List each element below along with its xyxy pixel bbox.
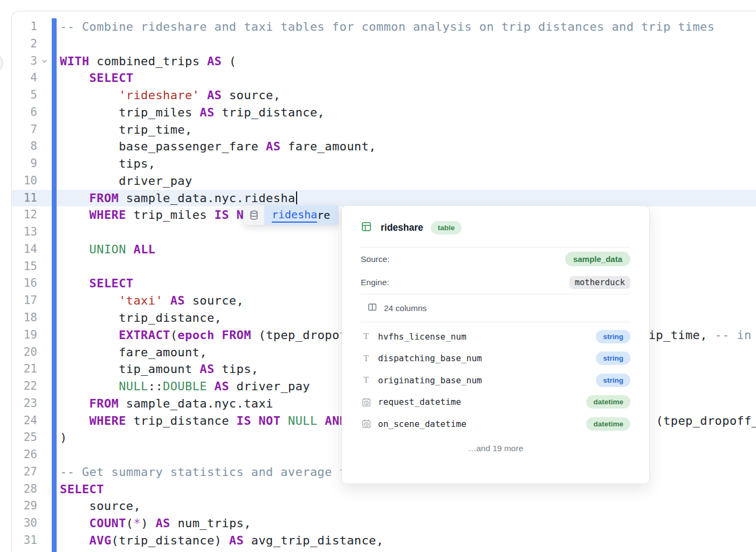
change-bar [52, 549, 57, 552]
line-number[interactable]: 5 [12, 87, 37, 104]
code-line[interactable]: 5 'rideshare' AS source, [12, 87, 756, 104]
line-number[interactable]: 7 [12, 121, 37, 139]
code-line[interactable]: 31 AVG(trip_distance) AS avg_trip_distan… [12, 532, 756, 549]
fold-column [37, 446, 52, 464]
engine-value-pill: motherduck [569, 276, 630, 289]
line-number[interactable]: 15 [12, 258, 37, 275]
column-type-badge: datetime [586, 395, 630, 409]
line-number[interactable]: 4 [12, 70, 37, 87]
editor-viewport: 1-- Combine rideshare and taxi tables fo… [0, 0, 756, 552]
code-text: WITH combined_trips AS ( [57, 53, 756, 70]
code-line[interactable]: 32 AVG(trip_time) AS avg_trip_time, [12, 549, 756, 552]
fold-column [37, 549, 52, 552]
source-value-pill: sample_data [565, 252, 630, 266]
fold-column [37, 361, 52, 378]
code-line[interactable]: 30 COUNT(*) AS num_trips, [12, 515, 756, 532]
change-bar [52, 344, 57, 361]
code-text: source, [57, 498, 756, 515]
code-line[interactable]: 4 SELECT [12, 70, 756, 87]
line-number[interactable]: 32 [12, 549, 37, 552]
fold-column [37, 172, 52, 190]
line-number[interactable]: 28 [12, 481, 37, 498]
line-number[interactable]: 22 [12, 378, 37, 395]
fold-column [37, 429, 52, 446]
change-bar [52, 172, 57, 190]
autocomplete-item[interactable]: rideshare [264, 205, 339, 225]
table-icon [361, 221, 372, 234]
table-info-card: rideshare table Source: sample_data Engi… [341, 205, 650, 484]
code-line[interactable]: 29 source, [12, 498, 756, 515]
change-bar [52, 309, 57, 327]
change-bar [52, 361, 57, 378]
code-line[interactable]: 1-- Combine rideshare and taxi tables fo… [12, 18, 756, 36]
line-number[interactable]: 29 [12, 498, 37, 515]
code-line[interactable]: 8 base_passenger_fare AS fare_amount, [12, 138, 756, 155]
line-number[interactable]: 30 [12, 515, 37, 532]
code-text: 'rideshare' AS source, [57, 87, 756, 104]
change-bar [52, 515, 57, 532]
column-row: on_scene_datetimedatetime [361, 413, 630, 435]
line-number[interactable]: 26 [12, 446, 37, 464]
line-number[interactable]: 20 [12, 344, 37, 361]
table-type-badge: table [431, 221, 462, 234]
change-bar [52, 36, 57, 53]
line-number[interactable]: 25 [12, 429, 37, 446]
collapse-handle[interactable] [0, 54, 3, 72]
line-number[interactable]: 10 [12, 172, 37, 190]
code-line[interactable]: 6 trip_miles AS trip_distance, [12, 104, 756, 121]
code-text: -- Combine rideshare and taxi tables for… [57, 18, 756, 36]
fold-column [37, 275, 52, 292]
line-number[interactable]: 2 [12, 36, 37, 53]
line-number[interactable]: 12 [12, 206, 37, 224]
fold-column [37, 190, 52, 207]
code-line[interactable]: 7 trip_time, [12, 121, 756, 139]
source-label: Source: [361, 254, 389, 264]
fold-column [37, 104, 52, 121]
code-line[interactable]: 2 [12, 36, 756, 53]
line-number[interactable]: 16 [12, 275, 37, 292]
line-number[interactable]: 18 [12, 309, 37, 327]
code-text: base_passenger_fare AS fare_amount, [57, 138, 756, 155]
columns-count-text: 24 columns [384, 303, 427, 313]
change-bar [52, 53, 57, 70]
fold-column [37, 378, 52, 395]
code-line[interactable]: 10 driver_pay [12, 172, 756, 190]
line-number[interactable]: 23 [12, 395, 37, 412]
line-number[interactable]: 19 [12, 327, 37, 344]
line-number[interactable]: 8 [12, 138, 37, 155]
fold-column [37, 395, 52, 412]
line-number[interactable]: 21 [12, 361, 37, 378]
columns-count-row: 24 columns [361, 294, 630, 322]
code-line[interactable]: 3WITH combined_trips AS ( [12, 53, 756, 70]
line-number[interactable]: 1 [12, 18, 37, 36]
line-number[interactable]: 31 [12, 532, 37, 549]
change-bar [52, 395, 57, 412]
code-line[interactable]: 11 FROM sample_data.nyc.ridesha [12, 190, 756, 207]
text-icon: T [361, 375, 372, 385]
line-number[interactable]: 6 [12, 104, 37, 121]
fold-column [37, 515, 52, 532]
change-bar [52, 464, 57, 481]
line-number[interactable]: 3 [12, 53, 37, 70]
fold-column [37, 241, 52, 258]
column-row: Thvfhs_license_numstring [361, 326, 630, 348]
fold-column [37, 70, 52, 87]
line-number[interactable]: 13 [12, 224, 37, 241]
fold-column [37, 498, 52, 515]
column-row: request_datetimedatetime [361, 391, 630, 413]
line-number[interactable]: 14 [12, 241, 37, 258]
code-text: COUNT(*) AS num_trips, [57, 515, 756, 532]
line-number[interactable]: 17 [12, 292, 37, 309]
line-number[interactable]: 24 [12, 412, 37, 430]
line-number[interactable]: 11 [12, 190, 37, 207]
fold-column [37, 481, 52, 498]
chevron-down-icon[interactable] [37, 53, 52, 70]
line-number[interactable]: 9 [12, 155, 37, 172]
completion-rest: re [317, 209, 330, 222]
table-card-header: rideshare table [361, 206, 630, 247]
column-name: on_scene_datetime [378, 419, 586, 429]
code-line[interactable]: 9 tips, [12, 155, 756, 172]
line-number[interactable]: 27 [12, 464, 37, 481]
change-bar [52, 412, 57, 430]
fold-column [37, 36, 52, 53]
